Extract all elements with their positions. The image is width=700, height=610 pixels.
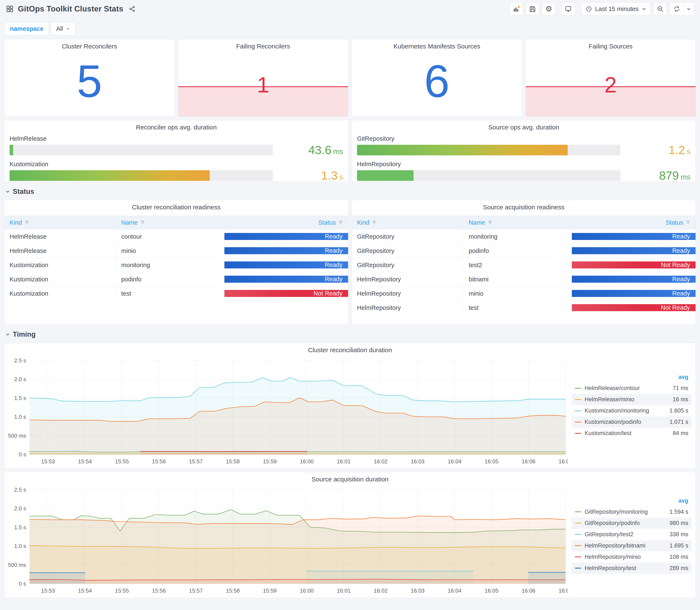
table-row: KustomizationmonitoringReady [4, 258, 348, 272]
panel-cluster-reconciliation-readiness: Cluster reconciliation readiness KindNam… [4, 200, 348, 324]
filter-icon[interactable] [25, 220, 29, 225]
status-badge: Ready [224, 276, 348, 283]
status-badge: Not Ready [572, 261, 696, 269]
svg-text:1.5 s: 1.5 s [14, 395, 26, 401]
svg-text:16:05: 16:05 [485, 458, 499, 465]
filter-icon[interactable] [338, 220, 343, 225]
legend-item[interactable]: GitRepository/test2338 ms [571, 529, 692, 540]
column-header-kind[interactable]: Kind [4, 215, 116, 229]
legend-series-avg: 289 ms [656, 565, 688, 572]
stat-value: 6 [352, 54, 522, 107]
dashboard-settings-button[interactable]: ⚙ [542, 2, 555, 16]
svg-text:16:06: 16:06 [522, 458, 536, 465]
legend-item[interactable]: GitRepository/podinfo980 ms [571, 517, 692, 529]
time-range-picker[interactable]: Last 15 minutes [581, 2, 651, 16]
refresh-button[interactable] [670, 2, 684, 15]
dashboard-title[interactable]: GitOps Toolkit Cluster Stats [18, 4, 123, 13]
chevron-down-icon [641, 6, 646, 11]
chart-plot-area[interactable]: 0 s500 ms1.0 s1.5 s2.0 s2.5 s15:5315:541… [7, 356, 568, 467]
chart-canvas[interactable]: 0 s500 ms1.0 s1.5 s2.0 s2.5 s15:5315:541… [7, 356, 568, 467]
legend-item[interactable]: HelmRelease/minio16 ms [571, 394, 692, 405]
legend-avg-header[interactable]: avg [571, 373, 692, 383]
column-header-status[interactable]: Status [224, 215, 348, 229]
panel-cluster-reconciliation-duration: Cluster reconciliation duration 0 s500 m… [4, 343, 696, 469]
dashboard-grid-icon[interactable] [6, 5, 14, 13]
svg-text:15:53: 15:53 [41, 588, 55, 594]
panel-title[interactable]: Failing Reconcilers [178, 39, 348, 50]
cycle-view-mode-button[interactable] [561, 2, 575, 16]
zoom-out-button[interactable] [654, 2, 667, 16]
legend-series-name: Kustomization/test [585, 430, 653, 436]
legend-avg-header[interactable]: avg [571, 496, 692, 506]
chart-canvas[interactable]: 0 s500 ms1.0 s1.5 s2.0 s2.5 s15:5315:541… [7, 485, 568, 596]
panel-failing-sources: Failing Sources 2 [525, 39, 696, 117]
svg-text:16:07: 16:07 [558, 458, 568, 465]
clock-icon [586, 6, 592, 12]
filter-icon[interactable] [372, 220, 377, 225]
panel-title[interactable]: Reconciler ops avg. duration [4, 120, 348, 131]
chart-legend: avgGitRepository/monitoring1.594 sGitRep… [571, 472, 693, 598]
bar-gauge-row: Kustomization1.3s [10, 161, 343, 181]
refresh-interval-dropdown[interactable] [684, 2, 694, 15]
series-fill [528, 572, 566, 584]
section-status[interactable]: Status [5, 187, 696, 197]
legend-series-marker [575, 523, 581, 524]
status-badge: Not Ready [572, 304, 696, 311]
bar-gauge-track [357, 170, 620, 181]
panel-title[interactable]: Cluster reconciliation readiness [4, 200, 348, 211]
svg-text:16:05: 16:05 [485, 588, 499, 594]
filter-icon[interactable] [488, 220, 492, 225]
share-icon[interactable] [129, 5, 135, 12]
column-header-kind[interactable]: Kind [352, 215, 464, 229]
variable-namespace-value[interactable]: All [51, 22, 76, 35]
svg-text:500 ms: 500 ms [8, 562, 26, 568]
bar-gauge-value: 1.3s [273, 170, 343, 181]
panel-title[interactable]: Source acquisition duration [4, 472, 696, 483]
legend-series-marker [575, 388, 581, 389]
bar-gauge-list: GitRepository1.2sHelmRepository879ms [352, 131, 696, 181]
panel-title[interactable]: Source acquisition readiness [352, 200, 696, 211]
series-fill [30, 516, 566, 584]
series-fill [141, 451, 307, 455]
legend-series-marker [575, 399, 581, 400]
legend-item[interactable]: HelmRepository/bitnami1.695 s [571, 540, 692, 551]
svg-text:15:54: 15:54 [78, 458, 92, 465]
legend-series-name: GitRepository/monitoring [585, 509, 653, 515]
legend-item[interactable]: GitRepository/monitoring1.594 s [571, 506, 692, 517]
variable-namespace-label[interactable]: namespace [5, 22, 49, 35]
table-row: HelmReleaseminioReady [4, 244, 348, 258]
section-timing[interactable]: Timing [5, 329, 696, 339]
chart-plot-area[interactable]: 0 s500 ms1.0 s1.5 s2.0 s2.5 s15:5315:541… [7, 485, 568, 596]
legend-series-avg: 1.594 s [656, 509, 688, 515]
column-header-name[interactable]: Name [464, 215, 572, 229]
panel-title[interactable]: Failing Sources [526, 39, 696, 50]
save-dashboard-button[interactable] [526, 2, 539, 16]
column-header-name[interactable]: Name [116, 215, 224, 229]
legend-item[interactable]: HelmRepository/test289 ms [571, 563, 692, 574]
panel-title[interactable]: Cluster Reconcilers [4, 39, 175, 50]
table-row: HelmRepositoryminioReady [352, 287, 696, 301]
panel-title[interactable]: Kubernetes Manifests Sources [352, 39, 522, 50]
bar-gauge-fill [357, 145, 568, 155]
cell-name: monitoring [116, 258, 224, 272]
cell-status: Not Ready [572, 301, 696, 315]
cell-kind: Kustomization [4, 272, 116, 286]
cell-kind: Kustomization [4, 258, 116, 272]
legend-item[interactable]: Kustomization/monitoring1.605 s [571, 405, 692, 416]
panel-failing-reconcilers: Failing Reconcilers 1 [178, 39, 348, 117]
legend-item[interactable]: HelmRepository/minio108 ms [571, 551, 692, 563]
cell-status: Ready [224, 258, 348, 272]
legend-item[interactable]: HelmRelease/contour71 ms [571, 383, 692, 394]
bar-gauge-track [357, 145, 620, 155]
legend-item[interactable]: Kustomization/podinfo1.071 s [571, 416, 692, 428]
cell-status: Not Ready [572, 258, 696, 272]
panel-title[interactable]: Cluster reconciliation duration [4, 343, 696, 354]
bar-gauge-fill [10, 170, 210, 181]
filter-icon[interactable] [140, 220, 145, 225]
panel-title[interactable]: Source ops avg. duration [352, 120, 696, 131]
svg-text:0 s: 0 s [19, 451, 26, 458]
legend-item[interactable]: Kustomization/test84 ms [571, 428, 692, 439]
add-panel-button[interactable] [510, 2, 523, 16]
filter-icon[interactable] [686, 220, 690, 225]
column-header-status[interactable]: Status [572, 215, 696, 229]
